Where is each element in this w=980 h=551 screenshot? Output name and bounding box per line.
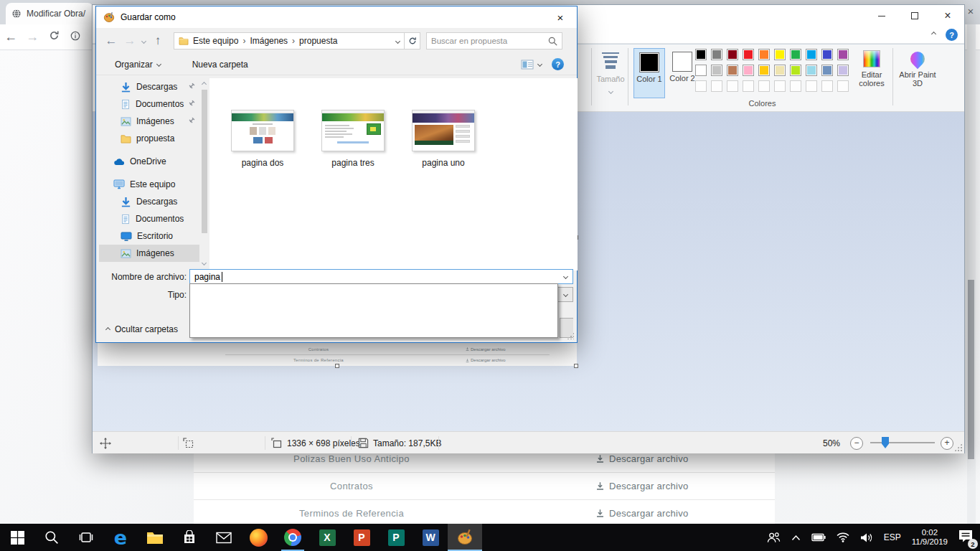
language-indicator[interactable]: ESP bbox=[884, 532, 901, 542]
file-item[interactable]: pagina dos bbox=[230, 110, 296, 270]
taskbar-firefox-icon[interactable] bbox=[241, 524, 275, 551]
site-info-icon[interactable] bbox=[65, 29, 86, 44]
palette-empty-slot[interactable] bbox=[837, 80, 849, 92]
scrollbar-thumb[interactable] bbox=[202, 90, 207, 233]
filename-dropdown-icon[interactable] bbox=[563, 274, 568, 279]
sidebar-item-documentos-quick[interactable]: Documentos bbox=[99, 95, 199, 113]
palette-color-swatch[interactable] bbox=[743, 49, 754, 60]
size-button[interactable]: Tamaño bbox=[595, 50, 626, 96]
paint-minimize-button[interactable] bbox=[865, 5, 898, 27]
canvas-resize-handle-bottom[interactable] bbox=[335, 364, 339, 368]
palette-color-swatch[interactable] bbox=[790, 65, 801, 76]
file-item[interactable]: pagina tres bbox=[320, 110, 386, 270]
zoom-slider-track[interactable] bbox=[870, 442, 935, 443]
taskbar-store-icon[interactable] bbox=[172, 524, 207, 551]
action-center-button[interactable]: 2 bbox=[958, 529, 973, 545]
palette-color-swatch[interactable] bbox=[711, 65, 722, 76]
new-folder-button[interactable]: Nueva carpeta bbox=[192, 60, 248, 70]
breadcrumb-item[interactable]: Imágenes bbox=[250, 36, 288, 46]
recent-locations-icon[interactable] bbox=[141, 38, 146, 43]
download-link[interactable]: Descargar archivo bbox=[595, 481, 689, 491]
scrollbar-thumb[interactable] bbox=[968, 280, 974, 459]
refresh-button[interactable] bbox=[405, 32, 420, 50]
palette-empty-slot[interactable] bbox=[790, 80, 801, 92]
color2-button[interactable]: Color 2 bbox=[666, 48, 698, 98]
people-icon[interactable] bbox=[767, 532, 781, 544]
hide-folders-button[interactable]: Ocultar carpetas bbox=[106, 322, 178, 336]
breadcrumb[interactable]: Este equipo › Imágenes › propuesta bbox=[174, 32, 405, 50]
palette-empty-slot[interactable] bbox=[821, 80, 833, 92]
search-box[interactable] bbox=[426, 32, 562, 50]
palette-color-swatch[interactable] bbox=[790, 49, 801, 60]
breadcrumb-item[interactable]: Este equipo bbox=[193, 36, 238, 46]
change-view-button[interactable] bbox=[521, 60, 542, 70]
battery-icon[interactable] bbox=[811, 533, 826, 542]
taskbar-search-button[interactable] bbox=[34, 524, 69, 551]
open-paint3d-button[interactable]: Abrir Paint 3D bbox=[895, 50, 940, 88]
palette-color-swatch[interactable] bbox=[727, 49, 738, 60]
sidebar-item-descargas-quick[interactable]: Descargas bbox=[99, 78, 199, 95]
taskbar-edge-icon[interactable]: e bbox=[103, 524, 138, 551]
taskbar-paint-icon[interactable] bbox=[448, 524, 482, 551]
palette-color-swatch[interactable] bbox=[806, 65, 817, 76]
canvas-resize-handle-corner[interactable] bbox=[574, 364, 578, 368]
sidebar-item-descargas[interactable]: Descargas bbox=[99, 193, 199, 210]
address-dropdown-icon[interactable] bbox=[395, 38, 400, 43]
paint-close-button[interactable]: × bbox=[931, 5, 964, 27]
search-input[interactable] bbox=[427, 37, 548, 45]
taskbar-publisher-icon[interactable]: P bbox=[379, 524, 413, 551]
palette-color-swatch[interactable] bbox=[821, 65, 833, 76]
zoom-in-button[interactable]: + bbox=[941, 432, 953, 454]
palette-empty-slot[interactable] bbox=[727, 80, 738, 92]
browser-forward-button[interactable]: → bbox=[22, 29, 43, 44]
palette-color-swatch[interactable] bbox=[774, 49, 786, 60]
sidebar-item-documentos[interactable]: Documentos bbox=[99, 210, 199, 227]
task-view-button[interactable] bbox=[69, 524, 103, 551]
sidebar-item-este-equipo[interactable]: Este equipo bbox=[99, 176, 199, 193]
hidden-icons-chevron[interactable] bbox=[791, 534, 801, 541]
organize-button[interactable]: Organizar bbox=[115, 60, 161, 70]
filename-autocomplete-dropdown[interactable] bbox=[189, 283, 558, 338]
palette-color-swatch[interactable] bbox=[695, 65, 707, 76]
file-item[interactable]: pagina uno bbox=[410, 110, 476, 270]
start-button[interactable] bbox=[0, 524, 34, 551]
taskbar-file-explorer-icon[interactable] bbox=[138, 524, 172, 551]
filename-input[interactable]: pagina bbox=[189, 269, 573, 284]
taskbar-word-icon[interactable]: W bbox=[413, 524, 448, 551]
sidebar-item-onedrive[interactable]: OneDrive bbox=[99, 153, 199, 170]
breadcrumb-item[interactable]: propuesta bbox=[299, 36, 337, 46]
palette-color-swatch[interactable] bbox=[727, 65, 738, 76]
palette-color-swatch[interactable] bbox=[774, 65, 786, 76]
palette-empty-slot[interactable] bbox=[806, 80, 817, 92]
taskbar-clock[interactable]: 0:02 11/9/2019 bbox=[912, 528, 948, 547]
palette-color-swatch[interactable] bbox=[837, 65, 849, 76]
palette-empty-slot[interactable] bbox=[695, 80, 707, 92]
nav-up-button[interactable]: ↑ bbox=[149, 34, 167, 48]
window-resize-grip[interactable] bbox=[954, 443, 962, 451]
browser-tab[interactable]: Modificar Obra/ bbox=[6, 3, 93, 24]
palette-color-swatch[interactable] bbox=[837, 49, 849, 60]
sidebar-item-imagenes-quick[interactable]: Imágenes bbox=[99, 113, 199, 130]
palette-empty-slot[interactable] bbox=[743, 80, 754, 92]
palette-color-swatch[interactable] bbox=[758, 65, 770, 76]
scroll-down-icon[interactable] bbox=[202, 260, 207, 265]
dialog-help-icon[interactable]: ? bbox=[552, 58, 564, 70]
dialog-close-button[interactable]: × bbox=[544, 6, 577, 28]
nav-back-button[interactable]: ← bbox=[102, 34, 121, 48]
sidebar-item-escritorio[interactable]: Escritorio bbox=[99, 227, 199, 245]
palette-empty-slot[interactable] bbox=[774, 80, 786, 92]
edit-colors-button[interactable]: Editar colores bbox=[852, 50, 892, 88]
collapse-ribbon-icon[interactable] bbox=[931, 32, 936, 37]
paint-maximize-button[interactable] bbox=[898, 5, 931, 27]
volume-icon[interactable] bbox=[860, 532, 873, 543]
taskbar-powerpoint-icon[interactable]: P bbox=[344, 524, 379, 551]
browser-refresh-button[interactable] bbox=[43, 29, 65, 44]
palette-color-swatch[interactable] bbox=[806, 49, 817, 60]
nav-forward-button[interactable]: → bbox=[121, 34, 139, 48]
palette-color-swatch[interactable] bbox=[711, 49, 722, 60]
taskbar-excel-icon[interactable]: X bbox=[310, 524, 344, 551]
palette-color-swatch[interactable] bbox=[821, 49, 833, 60]
palette-color-swatch[interactable] bbox=[758, 49, 770, 60]
paint-help-icon[interactable]: ? bbox=[946, 29, 958, 41]
filetype-dropdown-icon[interactable] bbox=[563, 292, 568, 297]
